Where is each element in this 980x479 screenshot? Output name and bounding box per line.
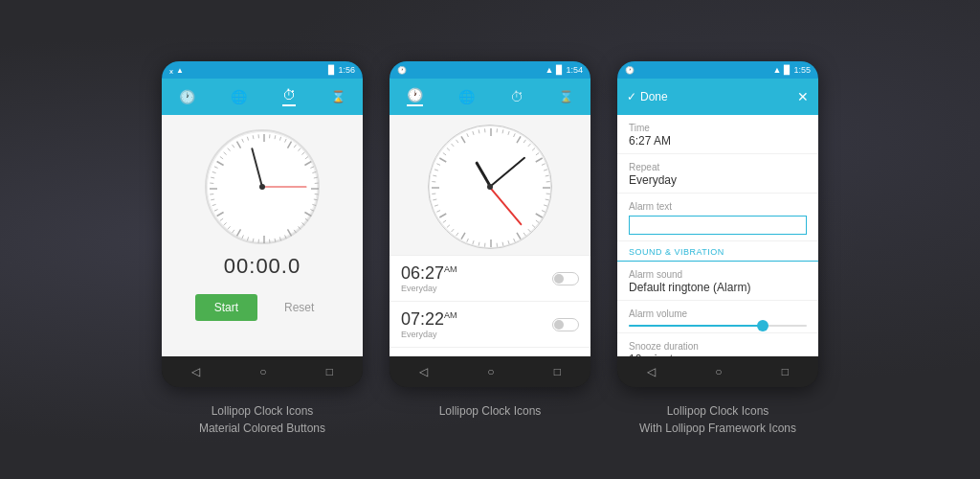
status-icons-left-3: 🕐 — [625, 66, 635, 75]
back-icon-1[interactable]: ◁ — [191, 365, 200, 378]
large-clock-ticks-svg — [429, 125, 553, 250]
battery-icon: ▉ — [328, 65, 335, 75]
phone-1-wrapper: ⁎ ▲ ▉ 1:56 🕐 🌐 ⏱ ⌛ — [162, 61, 363, 437]
svg-line-72 — [544, 170, 547, 171]
alarm-item-2: 07:22AM Everyday — [390, 302, 590, 348]
alarm-time-group-1: 06:27AM Everyday — [401, 263, 457, 293]
phone-2: 🕐 ▲ ▉ 1:54 🕐 🌐 ⏱ ⌛ — [390, 61, 590, 387]
phone-2-wrapper: 🕐 ▲ ▉ 1:54 🕐 🌐 ⏱ ⌛ — [390, 61, 590, 420]
svg-line-115 — [461, 136, 465, 143]
tab-timer-icon[interactable]: 🕐 — [179, 89, 195, 104]
tab-hourglass-icon-2[interactable]: ⌛ — [559, 90, 573, 103]
svg-line-85 — [517, 233, 521, 240]
svg-line-118 — [479, 129, 479, 133]
snooze-label: Snooze duration — [629, 341, 807, 352]
status-bar-3: 🕐 ▲ ▉ 1:55 — [617, 61, 818, 79]
status-bar-2: 🕐 ▲ ▉ 1:54 — [390, 61, 590, 79]
done-button[interactable]: ✓ Done — [627, 90, 668, 103]
start-button[interactable]: Start — [195, 294, 257, 321]
volume-slider-thumb[interactable] — [757, 320, 768, 331]
snooze-row[interactable]: Snooze duration 10 minutes — [617, 333, 818, 356]
svg-line-71 — [542, 164, 546, 166]
status-time-2: ▲ ▉ 1:54 — [546, 65, 583, 75]
alarm-list-screen: 06:27AM Everyday 07:22AM Everyday — [390, 115, 590, 356]
svg-line-109 — [436, 164, 440, 166]
alarm-sub-2: Everyday — [401, 330, 457, 339]
alarm-list: 06:27AM Everyday 07:22AM Everyday — [390, 255, 590, 356]
svg-line-64 — [514, 133, 516, 137]
tab-stopwatch-icon[interactable]: ⏱ — [282, 87, 296, 106]
svg-line-103 — [433, 199, 436, 200]
svg-line-78 — [544, 205, 547, 206]
alarm-volume-row: Alarm volume — [617, 301, 818, 333]
alarm-toggle-2[interactable] — [552, 318, 579, 331]
screen-1: // Inline tick marks 00:00.0 — [162, 115, 363, 356]
back-icon-3[interactable]: ◁ — [647, 365, 656, 378]
alarm-text-label: Alarm text — [629, 201, 807, 212]
home-icon-2[interactable]: ○ — [487, 365, 494, 378]
nav-bar-1: 🕐 🌐 ⏱ ⌛ — [162, 79, 363, 115]
svg-line-80 — [536, 214, 543, 217]
status-icons-left-1: ⁎ ▲ — [169, 66, 184, 75]
wifi-icon: ▲ — [176, 66, 184, 75]
svg-line-102 — [434, 205, 438, 206]
reset-button[interactable]: Reset — [269, 294, 329, 321]
time-label: Time — [629, 123, 807, 133]
svg-line-63 — [508, 131, 509, 135]
tab-world-icon-2[interactable]: 🌐 — [458, 89, 475, 104]
svg-line-117 — [473, 131, 474, 135]
bottom-nav-2: ◁ ○ □ — [390, 356, 590, 387]
time-value[interactable]: 6:27 AM — [629, 134, 807, 148]
stopwatch-screen: // Inline tick marks 00:00.0 — [162, 115, 363, 356]
svg-line-81 — [536, 220, 539, 222]
alarm-clock-face — [428, 125, 552, 249]
recent-icon-3[interactable]: □ — [782, 365, 789, 378]
svg-line-97 — [452, 229, 455, 232]
alarm-sound-row[interactable]: Alarm sound Default ringtone (Alarm) — [617, 262, 818, 301]
phones-container: ⁎ ▲ ▉ 1:56 🕐 🌐 ⏱ ⌛ — [162, 61, 818, 437]
stopwatch-clock-face: // Inline tick marks — [205, 129, 320, 244]
svg-line-116 — [467, 133, 469, 137]
alarm-text-input[interactable] — [629, 216, 807, 235]
svg-line-79 — [542, 211, 546, 213]
recent-icon-2[interactable]: □ — [554, 365, 561, 378]
home-icon-3[interactable]: ○ — [715, 365, 722, 378]
section-header-sound: SOUND & VIBRATION — [617, 241, 818, 262]
back-icon-2[interactable]: ◁ — [419, 365, 428, 378]
screen-2: 06:27AM Everyday 07:22AM Everyday — [390, 115, 590, 356]
svg-line-69 — [536, 153, 539, 155]
tab-stopwatch-icon-2[interactable]: ⏱ — [510, 89, 523, 104]
alarm-toggle-1[interactable] — [552, 272, 579, 285]
svg-line-114 — [457, 140, 458, 143]
repeat-label: Repeat — [629, 162, 807, 172]
recent-icon-1[interactable]: □ — [326, 365, 333, 378]
svg-line-100 — [439, 214, 446, 217]
tab-alarm-icon[interactable]: 🕐 — [407, 87, 423, 106]
svg-line-95 — [461, 233, 465, 240]
bottom-nav-3: ◁ ○ □ — [617, 356, 818, 387]
svg-line-65 — [517, 136, 521, 143]
svg-line-86 — [514, 239, 516, 242]
svg-line-66 — [523, 140, 525, 143]
alarm-sound-label: Alarm sound — [629, 269, 807, 280]
home-icon-1[interactable]: ○ — [259, 365, 266, 378]
bottom-nav-1: ◁ ○ □ — [162, 356, 363, 387]
svg-line-93 — [473, 240, 474, 244]
svg-line-111 — [443, 153, 446, 155]
tab-world-icon[interactable]: 🌐 — [231, 89, 247, 104]
svg-line-73 — [546, 175, 549, 176]
svg-line-98 — [447, 225, 450, 228]
alarm-sub-1: Everyday — [401, 284, 457, 293]
svg-line-107 — [433, 175, 436, 176]
tab-hourglass-icon[interactable]: ⌛ — [331, 90, 345, 103]
svg-line-110 — [439, 158, 446, 162]
stopwatch-display: 00:00.0 — [224, 254, 301, 279]
repeat-row: Repeat Everyday — [617, 154, 818, 194]
repeat-value[interactable]: Everyday — [629, 173, 807, 187]
svg-line-92 — [479, 242, 479, 246]
alarm-volume-label: Alarm volume — [629, 308, 807, 319]
close-button[interactable]: ✕ — [797, 89, 809, 104]
volume-slider-track[interactable] — [629, 325, 807, 327]
alarm-sound-value: Default ringtone (Alarm) — [629, 281, 807, 294]
svg-line-96 — [457, 233, 458, 236]
